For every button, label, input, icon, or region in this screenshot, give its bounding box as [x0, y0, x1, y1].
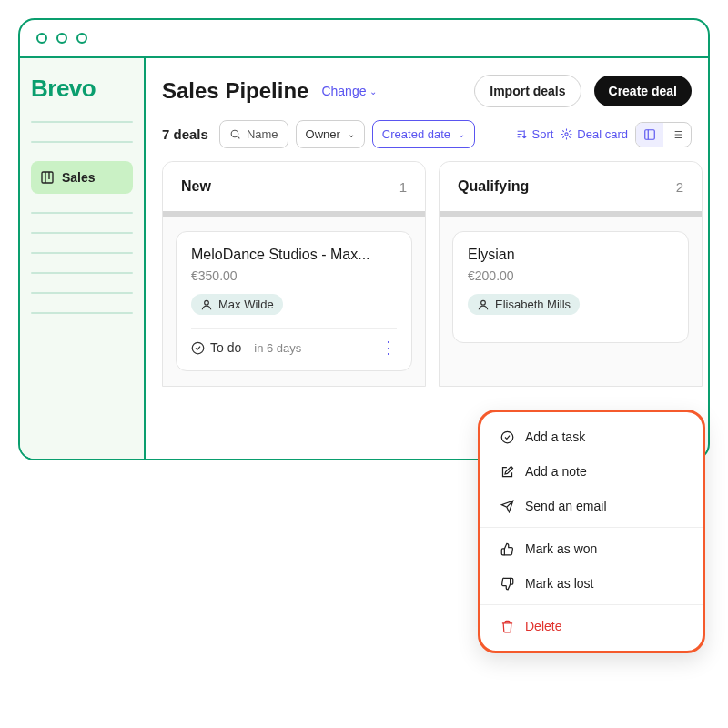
main-content: Sales Pipeline Change ⌄ Import deals Cre… — [146, 58, 708, 459]
traffic-light-icon — [56, 33, 67, 44]
kanban-icon — [40, 170, 55, 185]
chevron-down-icon: ⌄ — [348, 129, 355, 139]
nav-placeholder — [31, 252, 133, 254]
view-toggle — [635, 122, 692, 147]
owner-filter[interactable]: Owner ⌄ — [296, 120, 365, 148]
svg-rect-3 — [645, 129, 655, 139]
deal-count: 7 deals — [162, 126, 208, 142]
deal-amount: €200.00 — [468, 268, 673, 283]
nav-placeholder — [31, 312, 133, 314]
svg-point-6 — [481, 300, 486, 305]
import-deals-button[interactable]: Import deals — [474, 75, 581, 107]
gear-icon — [561, 128, 572, 140]
nav-placeholder — [31, 141, 133, 143]
sort-button[interactable]: Sort — [516, 127, 554, 141]
todo-status: To do — [191, 340, 241, 355]
svg-point-2 — [565, 133, 568, 136]
nav-placeholder — [31, 121, 133, 123]
deal-name: MeloDance Studios - Max... — [191, 247, 397, 263]
sort-icon — [516, 128, 528, 140]
person-icon — [200, 298, 213, 311]
deal-card-settings[interactable]: Deal card — [561, 127, 628, 141]
chevron-down-icon: ⌄ — [458, 129, 465, 139]
owner-chip[interactable]: Elisabeth Mills — [468, 294, 580, 315]
search-icon — [229, 128, 241, 140]
deal-card[interactable]: MeloDance Studios - Max... €350.00 Max W… — [176, 231, 412, 371]
pipeline-column-new: New 1 MeloDance Studios - Max... €350.00… — [162, 161, 426, 387]
check-circle-icon — [500, 430, 514, 444]
menu-add-task[interactable]: Add a task — [480, 420, 703, 454]
pipeline-column-qualifying: Qualifying 2 Elysian €200.00 Elisabeth M… — [439, 161, 703, 387]
traffic-light-icon — [36, 33, 47, 44]
check-circle-icon — [191, 341, 205, 355]
list-view-button[interactable] — [663, 123, 691, 147]
page-title: Sales Pipeline — [162, 78, 308, 104]
deal-name: Elysian — [468, 247, 673, 263]
chevron-down-icon: ⌄ — [369, 86, 377, 96]
sidebar-item-sales[interactable]: Sales — [31, 161, 133, 194]
menu-add-note[interactable]: Add a note — [480, 454, 703, 460]
search-input[interactable]: Name — [219, 120, 288, 148]
kanban-icon — [643, 128, 656, 141]
column-name: Qualifying — [458, 178, 529, 195]
create-deal-button[interactable]: Create deal — [594, 76, 692, 106]
svg-point-1 — [231, 130, 238, 137]
app-window: Brevo Sales Sales Pipeline Change ⌄ — [18, 18, 710, 460]
owner-chip[interactable]: Max Wilde — [191, 294, 283, 315]
pipeline-board: New 1 MeloDance Studios - Max... €350.00… — [162, 161, 708, 387]
deal-context-menu: Add a task Add a note Send an email Mark… — [478, 410, 705, 460]
svg-rect-0 — [42, 172, 53, 183]
nav-placeholder — [31, 292, 133, 294]
sidebar: Brevo Sales — [20, 58, 146, 459]
due-date: in 6 days — [254, 341, 301, 355]
titlebar — [20, 20, 708, 58]
brevo-logo: Brevo — [31, 75, 133, 103]
list-icon — [671, 128, 683, 141]
kanban-view-button[interactable] — [636, 123, 663, 147]
change-pipeline-link[interactable]: Change ⌄ — [321, 84, 377, 98]
traffic-light-icon — [76, 33, 87, 44]
deal-amount: €350.00 — [191, 268, 397, 283]
svg-point-5 — [192, 342, 204, 354]
person-icon — [477, 298, 490, 311]
card-menu-button[interactable]: ⋮ — [380, 339, 397, 356]
column-name: New — [181, 178, 211, 195]
column-count: 1 — [399, 179, 407, 195]
nav-placeholder — [31, 232, 133, 234]
deal-card[interactable]: Elysian €200.00 Elisabeth Mills — [452, 231, 689, 343]
column-count: 2 — [676, 179, 683, 195]
nav-placeholder — [31, 212, 133, 214]
created-date-filter[interactable]: Created date ⌄ — [372, 120, 475, 148]
svg-point-4 — [205, 300, 209, 305]
sidebar-item-label: Sales — [62, 170, 96, 185]
nav-placeholder — [31, 272, 133, 274]
svg-point-7 — [501, 431, 513, 443]
